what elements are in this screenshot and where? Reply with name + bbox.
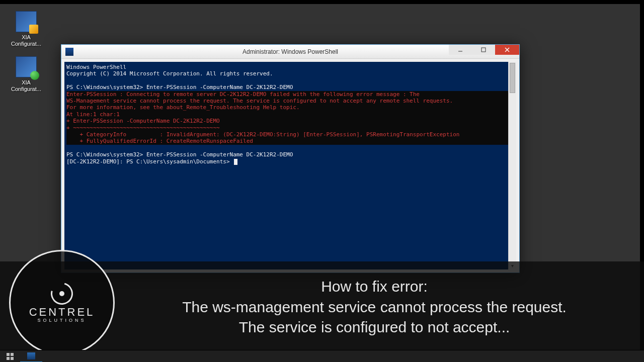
terminal[interactable]: Windows PowerShell Copyright (C) 2014 Mi… <box>64 62 516 269</box>
start-button[interactable] <box>0 350 20 363</box>
svg-rect-6 <box>7 357 10 360</box>
caption-line: How to fix error: <box>125 277 624 297</box>
svg-rect-7 <box>11 357 14 360</box>
terminal-line: PS C:\Windows\system32> Enter-PSSession … <box>66 151 293 158</box>
taskbar-app-powershell[interactable] <box>20 350 42 363</box>
desktop-icon-xia-config-1[interactable]: XIA Configurat... <box>7 11 45 47</box>
terminal-error-line: Enter-PSSession : Connecting to remote s… <box>66 91 514 98</box>
terminal-error-line: At line:1 char:1 <box>66 111 514 118</box>
title-overlay: CENTREL SOLUTIONS How to fix error: The … <box>0 261 644 353</box>
terminal-line: Windows PowerShell <box>66 64 126 70</box>
terminal-prompt: [DC-2K12R2-DEMO]: PS C:\Users\sysadmin\D… <box>66 158 233 165</box>
svg-rect-5 <box>11 353 14 356</box>
logo-subtext: SOLUTIONS <box>37 318 86 323</box>
caption-line: The ws-management service cannot process… <box>125 297 624 318</box>
terminal-line: Copyright (C) 2014 Microsoft Corporation… <box>66 70 273 77</box>
caption-line: The service is configured to not accept.… <box>125 317 624 338</box>
terminal-error-line: + FullyQualifiedErrorId : CreateRemoteRu… <box>66 138 514 144</box>
logo-text: CENTREL <box>29 306 95 319</box>
windows-icon <box>7 353 14 360</box>
terminal-error-line: + CategoryInfo : InvalidArgument: (DC-2K… <box>66 131 514 138</box>
minimize-button[interactable] <box>449 45 472 55</box>
desktop-icon-label: XIA Configurat... <box>7 34 45 47</box>
app-icon <box>16 56 37 77</box>
desktop-icon-xia-config-2[interactable]: XIA Configurat... <box>7 56 45 93</box>
app-icon <box>16 11 37 32</box>
taskbar <box>0 350 644 362</box>
logo: CENTREL SOLUTIONS <box>9 250 115 355</box>
powershell-icon <box>27 352 35 359</box>
maximize-button[interactable] <box>472 45 495 55</box>
overlay-caption: How to fix error: The ws-management serv… <box>115 277 644 338</box>
desktop-icon-label: XIA Configurat... <box>7 79 45 93</box>
svg-rect-4 <box>7 353 10 356</box>
terminal-error-line: + ~~~~~~~~~~~~~~~~~~~~~~~~~~~~~~~~~~~~~~… <box>66 125 514 131</box>
close-button[interactable] <box>495 45 519 55</box>
terminal-error-line: For more information, see the about_Remo… <box>66 104 514 111</box>
scroll-thumb[interactable] <box>510 63 515 93</box>
powershell-window[interactable]: Administrator: Windows PowerShell Window… <box>61 44 520 273</box>
svg-rect-1 <box>481 48 486 52</box>
desktop: XIA Configurat... XIA Configurat... Admi… <box>0 0 644 362</box>
terminal-error-line: + Enter-PSSession -ComputerName DC-2K12R… <box>66 118 514 124</box>
letterbox-top <box>0 0 644 4</box>
terminal-error-line: WS-Management service cannot process the… <box>66 98 514 104</box>
titlebar[interactable]: Administrator: Windows PowerShell <box>61 45 519 59</box>
terminal-cursor <box>234 159 237 165</box>
terminal-line: PS C:\Windows\system32> Enter-PSSession … <box>66 84 293 90</box>
powershell-icon <box>65 48 73 56</box>
logo-mark-icon <box>47 283 77 303</box>
window-buttons <box>449 45 519 55</box>
scrollbar[interactable]: ▴ ▾ <box>508 62 516 269</box>
